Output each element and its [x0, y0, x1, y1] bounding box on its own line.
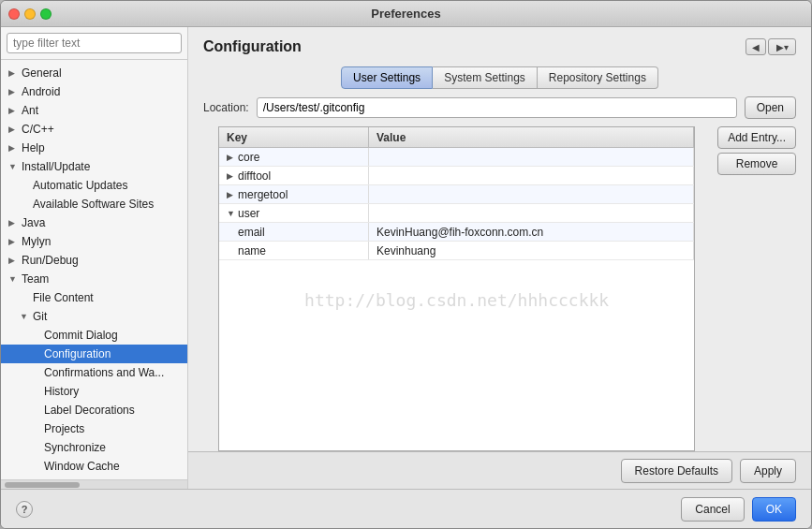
remove-button[interactable]: Remove: [717, 153, 796, 175]
key-text: difftool: [238, 169, 271, 183]
sidebar-item-commit-dialog[interactable]: Commit Dialog: [1, 326, 187, 345]
sidebar-item-label-run-debug: Run/Debug: [22, 254, 79, 267]
tree-arrow-help: ▶: [8, 143, 20, 153]
window-bottom: ? Cancel OK: [1, 489, 811, 528]
sidebar-item-label-confirmations: Confirmations and Wa...: [44, 366, 164, 379]
sidebar-item-label-projects: Projects: [44, 422, 84, 435]
sidebar-item-git[interactable]: ▼Git: [1, 307, 187, 326]
sidebar-item-confirmations[interactable]: Confirmations and Wa...: [1, 363, 187, 382]
cancel-button[interactable]: Cancel: [681, 497, 744, 522]
sidebar-item-window-cache[interactable]: Window Cache: [1, 457, 187, 476]
table-header: Key Value: [219, 127, 694, 148]
column-value: Value: [369, 127, 694, 147]
sidebar-item-java[interactable]: ▶Java: [1, 213, 187, 232]
table-row[interactable]: emailKevinHuang@fih-foxconn.com.cn: [219, 223, 694, 242]
key-text: email: [238, 226, 265, 239]
table-row[interactable]: ▼ user: [219, 204, 694, 223]
sidebar-item-file-content[interactable]: File Content: [1, 288, 187, 307]
traffic-lights: [8, 8, 52, 20]
sidebar-item-label-team: Team: [22, 272, 49, 286]
open-button[interactable]: Open: [745, 96, 796, 119]
tab-user-settings[interactable]: User Settings: [341, 66, 433, 89]
sidebar-item-label-automatic-updates: Automatic Updates: [33, 179, 127, 192]
key-text: name: [238, 244, 266, 257]
sidebar-item-label-general: General: [22, 66, 62, 80]
close-button[interactable]: [8, 8, 20, 20]
preferences-window: Preferences ▶General▶Android▶Ant▶C/C++▶H…: [0, 0, 812, 529]
sidebar-item-mylyn[interactable]: ▶Mylyn: [1, 232, 187, 251]
sidebar-item-label-cpp: C/C++: [22, 123, 54, 136]
scrollbar-thumb: [5, 482, 80, 488]
table-body: http://blog.csdn.net/hhhccckkk ▶ core▶ d…: [219, 148, 694, 450]
sidebar-item-team[interactable]: ▼Team: [1, 270, 187, 288]
tree-arrow-ant: ▶: [8, 106, 20, 115]
apply-button[interactable]: Apply: [740, 459, 796, 483]
sidebar-item-synchronize[interactable]: Synchronize: [1, 438, 187, 457]
tree-arrow-run-debug: ▶: [8, 256, 20, 265]
sidebar-item-label-history: History: [44, 385, 79, 398]
forward-button[interactable]: ▶▾: [768, 38, 796, 55]
table-cell-value: Kevinhuang: [369, 242, 694, 259]
sidebar-item-android[interactable]: ▶Android: [1, 82, 187, 101]
sidebar-item-label-decorations[interactable]: Label Decorations: [1, 401, 187, 419]
sidebar-item-general[interactable]: ▶General: [1, 64, 187, 82]
sidebar-item-label-android: Android: [22, 85, 60, 98]
table-row[interactable]: nameKevinhuang: [219, 242, 694, 260]
sidebar-item-label-help: Help: [22, 141, 45, 154]
tab-system-settings[interactable]: System Settings: [433, 66, 538, 89]
restore-defaults-button[interactable]: Restore Defaults: [621, 459, 732, 483]
table-cell-value: KevinHuang@fih-foxconn.com.cn: [369, 223, 694, 241]
table-cell-key: ▶ core: [219, 148, 369, 166]
maximize-button[interactable]: [40, 8, 52, 20]
table-row[interactable]: ▶ core: [219, 148, 694, 167]
sidebar-item-label-window-cache: Window Cache: [44, 460, 120, 473]
minimize-button[interactable]: [24, 8, 36, 20]
sidebar-item-ant[interactable]: ▶Ant: [1, 101, 187, 120]
sidebar-item-install-update[interactable]: ▼Install/Update: [1, 157, 187, 176]
sidebar-item-label-file-content: File Content: [33, 291, 94, 304]
sidebar-item-label-java: Java: [22, 216, 45, 229]
watermark: http://blog.csdn.net/hhhccckkk: [304, 289, 609, 309]
sidebar-item-cpp[interactable]: ▶C/C++: [1, 120, 187, 139]
table-row[interactable]: ▶ mergetool: [219, 185, 694, 204]
location-input[interactable]: [257, 97, 737, 118]
table-cell-key: ▶ difftool: [219, 167, 369, 184]
sidebar-item-label-mylyn: Mylyn: [22, 235, 51, 248]
table-cell-key: email: [219, 223, 369, 241]
back-button[interactable]: ◀: [746, 38, 766, 55]
main-content: ▶General▶Android▶Ant▶C/C++▶Help▼Install/…: [1, 27, 811, 489]
sidebar-item-run-debug[interactable]: ▶Run/Debug: [1, 251, 187, 270]
help-button[interactable]: ?: [16, 501, 33, 518]
sidebar-scrollbar[interactable]: [1, 479, 187, 489]
sidebar-item-label-install-update: Install/Update: [22, 160, 90, 173]
key-text: core: [238, 151, 259, 164]
tab-repository-settings[interactable]: Repository Settings: [538, 66, 658, 89]
window-title: Preferences: [371, 7, 440, 21]
row-arrow: ▶: [227, 190, 238, 199]
sidebar-item-automatic-updates[interactable]: Automatic Updates: [1, 176, 187, 195]
panel-header: Configuration ◀ ▶▾: [188, 27, 811, 63]
table-cell-key: ▼ user: [219, 204, 369, 222]
table-row[interactable]: ▶ difftool: [219, 167, 694, 185]
right-panel: Configuration ◀ ▶▾ User SettingsSystem S…: [188, 27, 811, 489]
sidebar-item-label-configuration: Configuration: [44, 347, 111, 360]
bottom-bar: Restore Defaults Apply: [188, 451, 811, 489]
key-text: mergetool: [238, 188, 288, 201]
sidebar-item-help[interactable]: ▶Help: [1, 139, 187, 157]
sidebar-item-history[interactable]: History: [1, 382, 187, 401]
titlebar: Preferences: [1, 1, 811, 27]
tree-arrow-git: ▼: [20, 312, 31, 321]
ok-button[interactable]: OK: [752, 497, 796, 522]
sidebar-item-projects[interactable]: Projects: [1, 419, 187, 438]
location-row: Location: Open: [188, 96, 811, 126]
add-entry-button[interactable]: Add Entry...: [717, 126, 796, 149]
table-cell-value: [369, 185, 694, 203]
row-arrow: ▼: [227, 209, 238, 218]
table-cell-value: [369, 167, 694, 184]
sidebar-item-label-available-software: Available Software Sites: [33, 198, 154, 211]
tree-arrow-install-update: ▼: [8, 162, 20, 171]
filter-input[interactable]: [7, 33, 182, 53]
sidebar-item-available-software[interactable]: Available Software Sites: [1, 195, 187, 213]
sidebar-item-configuration[interactable]: Configuration: [1, 345, 187, 363]
column-key: Key: [219, 127, 369, 147]
